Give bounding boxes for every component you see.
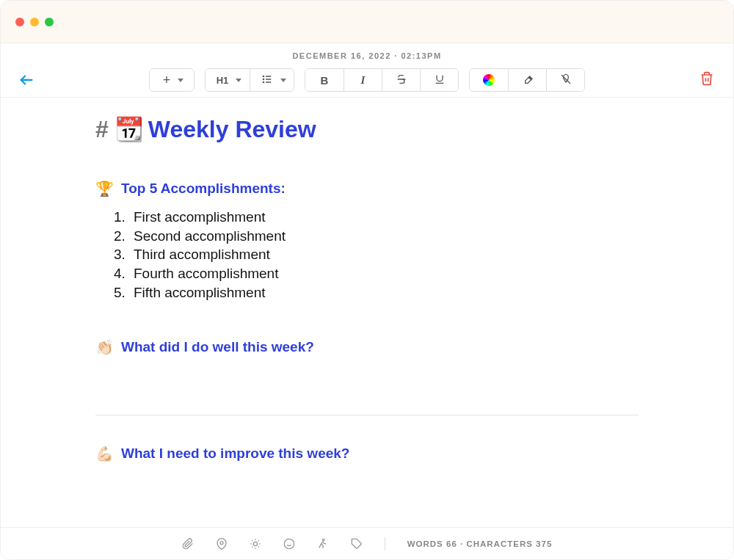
maximize-window-button[interactable] [45,18,54,26]
color-group [469,68,585,92]
section-heading-text: What did I do well this week? [121,339,314,355]
weather-button[interactable] [250,538,261,550]
chevron-down-icon [280,79,286,82]
section-accomplishments-heading[interactable]: 🏆 Top 5 Accomplishments: [95,180,639,197]
insert-group: + [149,68,195,92]
bold-button[interactable]: B [305,69,344,91]
tag-button[interactable] [351,538,363,550]
section-did-well-heading[interactable]: 👏🏻 What did I do well this week? [95,338,639,356]
svg-point-4 [263,76,264,76]
close-window-button[interactable] [15,18,24,26]
list-item[interactable]: Fifth accomplishment [129,283,639,302]
strikethrough-button[interactable] [382,69,420,91]
list-item[interactable]: Second accomplishment [129,227,639,246]
svg-point-13 [253,542,257,545]
clap-emoji: 👏🏻 [95,338,114,356]
svg-line-20 [252,546,252,547]
svg-line-21 [258,540,258,541]
accomplishments-list[interactable]: First accomplishment Second accomplishme… [129,208,639,302]
bold-icon: B [321,74,329,87]
trophy-emoji: 🏆 [95,180,114,197]
section-improve-heading[interactable]: 💪🏻 What I need to improve this week? [95,445,639,462]
plus-icon: + [163,73,171,87]
chevron-down-icon [178,79,184,82]
divider [95,415,639,415]
underline-icon [434,73,446,87]
mood-button[interactable] [283,538,295,550]
svg-point-25 [322,539,324,541]
eyedropper-off-icon [560,73,572,87]
activity-button[interactable] [317,538,329,550]
text-format-group: B I [305,68,459,92]
attachment-button[interactable] [182,538,194,550]
document-title[interactable]: # 📆 Weekly Review [95,115,639,143]
separator [385,537,385,550]
back-button[interactable] [15,69,37,91]
list-item[interactable]: Fourth accomplishment [129,264,639,283]
window-titlebar [1,1,733,43]
list-icon [261,73,273,87]
block-format-group: H1 [205,68,294,92]
flex-emoji: 💪🏻 [95,445,114,462]
word-count: WORDS 66 · CHARACTERS 375 [407,539,553,548]
calendar-emoji: 📆 [115,115,144,143]
text-color-button[interactable] [470,69,508,91]
italic-icon: I [361,74,366,87]
svg-point-5 [263,79,264,79]
strikethrough-icon [396,73,407,87]
clear-format-button[interactable] [546,69,584,91]
heading-select[interactable]: H1 [206,69,250,91]
section-heading-text: Top 5 Accomplishments: [121,181,286,197]
delete-button[interactable] [695,66,719,94]
svg-point-12 [220,541,223,544]
underline-button[interactable] [420,69,458,91]
list-select[interactable] [250,69,294,91]
svg-line-16 [252,540,252,541]
chevron-down-icon [236,79,241,82]
status-icons [182,538,363,550]
svg-point-6 [263,81,264,82]
highlighter-icon [522,73,534,87]
section-heading-text: What I need to improve this week? [121,446,349,462]
status-bar: WORDS 66 · CHARACTERS 375 [1,527,733,559]
minimize-window-button[interactable] [30,18,39,26]
heading-label: H1 [217,75,229,86]
list-item[interactable]: First accomplishment [129,208,639,227]
insert-button[interactable]: + [150,69,194,91]
italic-button[interactable]: I [344,69,382,91]
editor-content[interactable]: # 📆 Weekly Review 🏆 Top 5 Accomplishment… [95,98,639,509]
highlight-button[interactable] [508,69,546,91]
heading-marker: # [95,116,109,143]
entry-date-label: DECEMBER 16, 2022 · 02:13PM [1,43,733,63]
editor-toolbar: + H1 B I [1,63,733,98]
location-button[interactable] [216,538,228,550]
color-wheel-icon [483,74,495,86]
svg-line-17 [258,546,258,547]
svg-point-22 [284,539,294,548]
list-item[interactable]: Third accomplishment [129,245,639,264]
title-text: Weekly Review [148,116,316,143]
